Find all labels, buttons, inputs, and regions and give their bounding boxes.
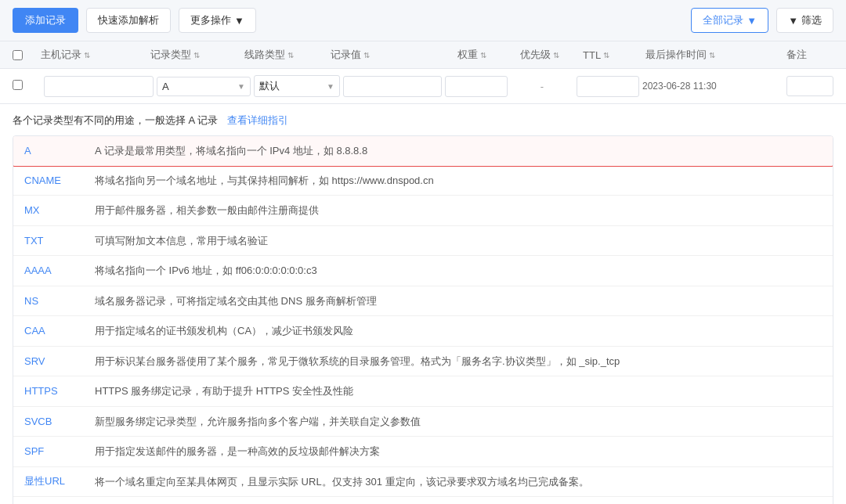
header-remark: 备注 [786, 48, 833, 62]
filter-label: 筛选 [801, 13, 822, 27]
row-checkbox[interactable] [13, 80, 41, 92]
value-input-cell[interactable] [343, 76, 442, 97]
remark-input-cell[interactable] [786, 76, 833, 96]
toolbar: 添加记录 快速添加解析 更多操作 ▼ 全部记录 ▼ ▼ 筛选 [0, 0, 846, 41]
value-sort-icon: ⇅ [363, 51, 370, 59]
filter-icon: ▼ [788, 15, 798, 27]
select-all-checkbox[interactable] [13, 50, 23, 60]
value-input[interactable] [343, 76, 442, 97]
record-desc-label: HTTPS 服务绑定记录，有助于提升 HTTPS 安全性及性能 [95, 383, 822, 399]
record-type-label: A [24, 145, 95, 157]
record-type-label: SPF [24, 445, 95, 457]
record-type-label: MX [24, 204, 95, 216]
header-type[interactable]: 记录类型 ⇅ [150, 48, 244, 62]
all-records-arrow: ▼ [747, 15, 757, 27]
type-value: A [162, 81, 169, 92]
line-value: 默认 [259, 79, 280, 93]
dropdown-hint: 各个记录类型有不同的用途，一般选择 A 记录 查看详细指引 [13, 113, 833, 128]
record-desc-label: 用于指定域名的证书颁发机构（CA），减少证书颁发风险 [95, 323, 822, 339]
list-item[interactable]: NS域名服务器记录，可将指定域名交由其他 DNS 服务商解析管理 [13, 286, 833, 317]
record-desc-label: A 记录是最常用类型，将域名指向一个 IPv4 地址，如 8.8.8.8 [95, 143, 822, 159]
record-desc-label: 将一个域名重定向至某具体网页，且显示实际 URL。仅支持 301 重定向，该记录… [95, 474, 822, 490]
header-value[interactable]: 记录值 ⇅ [331, 48, 457, 62]
line-select-cell[interactable]: 默认 ▼ [254, 75, 340, 97]
more-ops-label: 更多操作 [190, 13, 231, 27]
record-type-label: SVCB [24, 416, 95, 427]
input-row: A ▼ 默认 ▼ - 600 2023-06-28 11:30 [0, 69, 846, 104]
record-desc-label: 用于标识某台服务器使用了某个服务，常见于微软系统的目录服务管理。格式为「服务名字… [95, 354, 822, 369]
list-item[interactable]: 显性URL将一个域名重定向至某具体网页，且显示实际 URL。仅支持 301 重定… [13, 467, 833, 498]
header-checkbox[interactable] [13, 48, 41, 62]
type-sort-icon: ⇅ [193, 51, 200, 59]
list-item[interactable]: CAA用于指定域名的证书颁发机构（CA），减少证书颁发风险 [13, 316, 833, 347]
weight-input[interactable] [445, 76, 508, 97]
header-weight[interactable]: 权重 ⇅ [457, 48, 520, 62]
host-sort-icon: ⇅ [84, 51, 90, 59]
record-type-label: TXT [24, 235, 95, 247]
host-input[interactable] [44, 76, 154, 97]
table-header: 主机记录 ⇅ 记录类型 ⇅ 线路类型 ⇅ 记录值 ⇅ 权重 ⇅ 优先级 ⇅ TT… [0, 41, 846, 69]
last-op-sort-icon: ⇅ [709, 51, 715, 59]
record-type-label: HTTPS [24, 385, 95, 397]
record-desc-label: 用于指定发送邮件的服务器，是一种高效的反垃圾邮件解决方案 [95, 444, 822, 459]
record-type-label: NS [24, 295, 95, 307]
record-desc-label: 新型服务绑定记录类型，允许服务指向多个客户端，并关联自定义参数值 [95, 414, 822, 430]
all-records-label: 全部记录 [703, 13, 743, 27]
record-desc-label: 用于邮件服务器，相关参数一般由邮件注册商提供 [95, 203, 822, 218]
record-type-label: CNAME [24, 175, 95, 186]
type-select-cell[interactable]: A ▼ [157, 77, 251, 96]
weight-input-cell[interactable] [445, 76, 508, 97]
add-record-button[interactable]: 添加记录 [13, 8, 78, 33]
record-list: AA 记录是最常用类型，将域名指向一个 IPv4 地址，如 8.8.8.8CNA… [13, 135, 833, 504]
hint-link[interactable]: 查看详细指引 [227, 114, 288, 126]
header-host[interactable]: 主机记录 ⇅ [41, 48, 150, 62]
type-select[interactable]: A ▼ [157, 77, 251, 96]
header-ttl[interactable]: TTL ⇅ [583, 48, 645, 62]
last-op-cell: 2023-06-28 11:30 [642, 81, 783, 92]
list-item[interactable]: HTTPSHTTPS 服务绑定记录，有助于提升 HTTPS 安全性及性能 [13, 376, 833, 407]
more-ops-button[interactable]: 更多操作 ▼ [179, 8, 256, 33]
header-line[interactable]: 线路类型 ⇅ [244, 48, 331, 62]
list-item[interactable]: AAAA将域名指向一个 IPv6 地址，如 ff06:0:0:0:0:0:0:c… [13, 256, 833, 286]
remark-input[interactable] [786, 76, 833, 96]
row-select-checkbox[interactable] [13, 80, 23, 90]
all-records-button[interactable]: 全部记录 ▼ [691, 8, 768, 33]
ttl-sort-icon: ⇅ [603, 51, 609, 59]
line-arrow: ▼ [327, 82, 334, 91]
priority-sort-icon: ⇅ [553, 51, 559, 59]
host-input-cell[interactable] [44, 76, 154, 97]
dash-cell: - [511, 81, 573, 92]
record-type-label: CAA [24, 325, 95, 337]
line-select[interactable]: 默认 ▼ [254, 75, 340, 97]
record-type-label: SRV [24, 355, 95, 367]
record-desc-label: 域名服务器记录，可将指定域名交由其他 DNS 服务商解析管理 [95, 293, 822, 309]
ttl-input-cell[interactable]: 600 [577, 76, 639, 97]
list-item[interactable]: SPF用于指定发送邮件的服务器，是一种高效的反垃圾邮件解决方案 [13, 437, 833, 467]
list-item[interactable]: AA 记录是最常用类型，将域名指向一个 IPv4 地址，如 8.8.8.8 [13, 135, 833, 167]
record-desc-label: 可填写附加文本信息，常用于域名验证 [95, 233, 822, 249]
list-item[interactable]: CNAME将域名指向另一个域名地址，与其保持相同解析，如 https://www… [13, 166, 833, 196]
dropdown-panel: 各个记录类型有不同的用途，一般选择 A 记录 查看详细指引 AA 记录是最常用类… [0, 104, 846, 504]
list-item[interactable]: SVCB新型服务绑定记录类型，允许服务指向多个客户端，并关联自定义参数值 [13, 407, 833, 437]
ttl-input[interactable]: 600 [577, 76, 639, 97]
list-item[interactable]: MX用于邮件服务器，相关参数一般由邮件注册商提供 [13, 196, 833, 226]
record-type-label: AAAA [24, 265, 95, 276]
header-last-op[interactable]: 最后操作时间 ⇅ [645, 48, 786, 62]
type-arrow: ▼ [237, 82, 245, 91]
weight-sort-icon: ⇅ [480, 51, 486, 59]
list-item[interactable]: 隐性URL将一个域名重定向至某具体网页，但隐藏实际 URL。仅支持 301 重定… [13, 497, 833, 504]
more-ops-arrow: ▼ [234, 15, 244, 27]
quick-add-button[interactable]: 快速添加解析 [86, 8, 171, 33]
list-item[interactable]: SRV用于标识某台服务器使用了某个服务，常见于微软系统的目录服务管理。格式为「服… [13, 347, 833, 377]
record-desc-label: 将域名指向一个 IPv6 地址，如 ff06:0:0:0:0:0:0:c3 [95, 263, 822, 279]
record-type-label: 显性URL [24, 474, 95, 488]
filter-button[interactable]: ▼ 筛选 [776, 8, 833, 33]
list-item[interactable]: TXT可填写附加文本信息，常用于域名验证 [13, 226, 833, 257]
toolbar-right: 全部记录 ▼ ▼ 筛选 [691, 8, 833, 33]
record-desc-label: 将域名指向另一个域名地址，与其保持相同解析，如 https://www.dnsp… [95, 173, 822, 189]
line-sort-icon: ⇅ [287, 51, 294, 59]
header-priority[interactable]: 优先级 ⇅ [520, 48, 583, 62]
